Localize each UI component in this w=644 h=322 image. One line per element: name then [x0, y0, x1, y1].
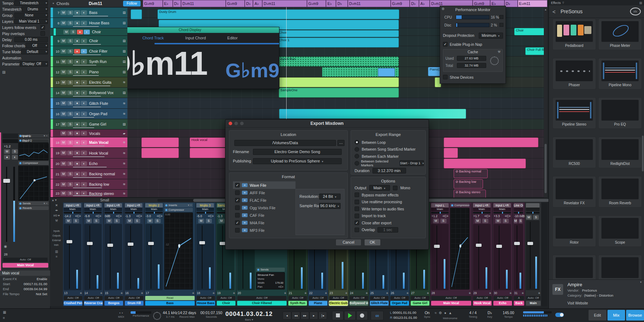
audio-clip[interactable]: ⊘ Backing normal: [454, 169, 488, 178]
send-reverb[interactable]: Reverb: [18, 206, 49, 210]
automation-mode[interactable]: Auto: Off: [288, 296, 307, 300]
mute-button[interactable]: M: [60, 10, 67, 15]
compressor-graph[interactable]: [450, 208, 469, 289]
fader-area[interactable]: [473, 224, 491, 290]
effect-card[interactable]: Revelator FX: [552, 176, 596, 208]
format-option[interactable]: ✓≋FLAC File: [233, 196, 296, 204]
pan-control[interactable]: [104, 212, 122, 214]
dropout-select[interactable]: Minimum▼: [479, 33, 503, 39]
solo-button[interactable]: S: [12, 149, 18, 154]
chord-event[interactable]: E♭: [326, 0, 336, 7]
location-browse-button[interactable]: …: [337, 140, 345, 146]
radio-button[interactable]: [355, 147, 359, 152]
monitor-button[interactable]: ◐: [81, 70, 87, 74]
mute-button[interactable]: M: [60, 161, 67, 166]
gain-value[interactable]: +3.3: [494, 214, 500, 218]
mute-button[interactable]: M: [60, 172, 67, 176]
option-checkbox[interactable]: [355, 228, 359, 232]
inspector-value[interactable]: Drums▼: [21, 6, 48, 12]
chord-event[interactable]: E♭: [163, 0, 173, 7]
pan-value[interactable]: <C>: [116, 214, 122, 218]
tempo-curve-icon[interactable]: ≈: [435, 311, 439, 315]
format-checkbox[interactable]: ✓: [235, 220, 240, 225]
mute-button[interactable]: M: [526, 215, 532, 220]
monitor-button[interactable]: ◐: [81, 91, 87, 95]
gain-value[interactable]: -3.0: [146, 214, 151, 218]
channel-strip[interactable]: Input L+RMain-14.2<C>MS: [63, 203, 82, 290]
format-option[interactable]: ≋AIFF File: [233, 189, 296, 196]
power-icon[interactable]: [257, 269, 259, 271]
fader-handle[interactable]: [67, 240, 72, 243]
track-volume-line[interactable]: [73, 54, 101, 55]
prev-marker-button[interactable]: ◂: [283, 312, 291, 319]
filename-input[interactable]: Electro Genie Demo Song: [253, 149, 342, 155]
track-volume-line[interactable]: [73, 65, 96, 65]
channel-fader[interactable]: [3, 179, 10, 183]
channel-name[interactable]: Synth Run: [288, 301, 307, 306]
channel-strip[interactable]: Input L+RMain-1.3<C>MS: [124, 203, 143, 290]
power-icon[interactable]: [165, 209, 167, 211]
range-option[interactable]: Between Loop: [351, 139, 425, 146]
channel-name[interactable]: Back: [514, 301, 524, 306]
pan-value[interactable]: <C>: [443, 214, 448, 218]
plugin-nap-checkbox[interactable]: ✓: [443, 42, 448, 47]
channel-name[interactable]: Game Girl: [411, 301, 429, 306]
solo-button[interactable]: S: [67, 70, 73, 74]
channel-name[interactable]: House Bass: [196, 301, 215, 306]
pan-value[interactable]: <C>: [96, 214, 101, 218]
fader-area[interactable]: [514, 224, 523, 290]
channel-input[interactable]: Input L+R: [64, 203, 81, 208]
insert-compressor[interactable]: Compressor▾: [450, 203, 469, 207]
monitor-button[interactable]: ◐: [81, 131, 87, 136]
channel-name[interactable]: Echo: [493, 301, 512, 306]
effect-card[interactable]: Splitter: [598, 255, 642, 280]
disc-expand-box[interactable]: [499, 23, 503, 27]
gain-value[interactable]: -5.0: [197, 214, 202, 218]
fader-handle[interactable]: [148, 242, 154, 245]
channel-name[interactable]: Bass: [145, 301, 195, 306]
solo-button[interactable]: S: [67, 182, 73, 187]
power-icon[interactable]: [451, 204, 453, 206]
gain-value[interactable]: 0dB: [105, 214, 110, 218]
solo-button[interactable]: S: [67, 140, 73, 145]
fader-handle[interactable]: [199, 241, 205, 244]
pan-control[interactable]: [526, 212, 540, 214]
track-header[interactable]: 20MS●◐Echo≋: [50, 158, 127, 169]
fader-area[interactable]: [526, 220, 540, 290]
fader-handle[interactable]: [220, 242, 225, 245]
solo-button[interactable]: S: [206, 219, 212, 223]
rail-label[interactable]: Inputs: [50, 228, 63, 232]
option-checkbox[interactable]: [355, 192, 359, 197]
back-button[interactable]: <: [552, 9, 556, 15]
audio-clip[interactable]: Synth Run: [279, 57, 399, 67]
track-height-label[interactable]: Small: [100, 198, 109, 202]
publishing-select[interactable]: Upload to PreSonus Sphere▼: [253, 158, 342, 164]
channel-name[interactable]: Main Vocal: [3, 263, 48, 268]
browser-toggle-icon[interactable]: ≡: [3, 316, 5, 320]
tab-editor[interactable]: Editor: [227, 36, 238, 40]
solo-button[interactable]: S: [134, 219, 140, 223]
solo-button[interactable]: S: [67, 172, 73, 176]
mute-button[interactable]: M: [198, 219, 204, 223]
mode-tab-edit[interactable]: Edit: [589, 310, 606, 321]
solo-button[interactable]: S: [155, 219, 161, 223]
gain-value[interactable]: -1.3: [217, 214, 223, 218]
pan-control[interactable]: [64, 212, 81, 214]
chord-event[interactable]: G♭m9: [226, 0, 245, 7]
effect-card[interactable]: Spectrum Meter: [552, 255, 596, 280]
chord-event[interactable]: D♭: [245, 0, 253, 7]
record-arm-button[interactable]: ●: [74, 70, 80, 74]
effect-card[interactable]: Pro EQ: [598, 97, 642, 129]
loop-button[interactable]: ∞: [371, 311, 384, 320]
power-icon[interactable]: [165, 204, 167, 206]
console-close-icon[interactable]: ✕: [50, 203, 63, 207]
export-option[interactable]: Bypass master effects: [351, 191, 425, 199]
channel-gain[interactable]: +1.2: [4, 144, 11, 148]
track-volume-line[interactable]: [73, 86, 110, 86]
track-header[interactable]: 21MS●◐Backing normal≋: [50, 169, 127, 179]
track-volume-line[interactable]: [73, 26, 99, 27]
format-option[interactable]: ≋CAF File: [233, 211, 296, 219]
grid-view-icon[interactable]: ▦: [639, 1, 642, 5]
audio-clip[interactable]: [444, 158, 526, 169]
channel-name[interactable]: Piano: [309, 301, 327, 306]
